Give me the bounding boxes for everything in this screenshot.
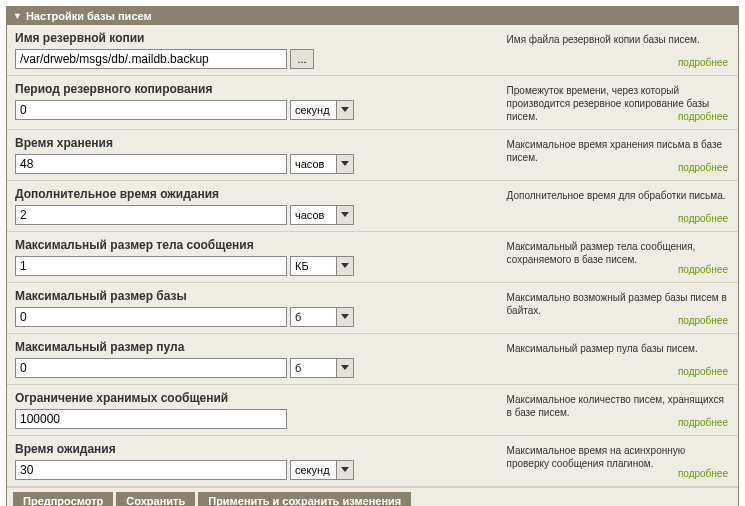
row-max-body-size: Максимальный размер тела сообщения КБ Ма… [7,232,738,283]
unit-value: часов [295,158,324,170]
row-msg-limit: Ограничение хранимых сообщений Максималь… [7,385,738,436]
more-link[interactable]: подробнее [678,467,728,480]
field-description: Максимальное количество писем, хранящихс… [507,394,724,418]
browse-button[interactable]: ... [290,49,314,69]
unit-value: секунд [295,464,330,476]
max-body-input[interactable] [15,256,287,276]
storage-time-input[interactable] [15,154,287,174]
backup-period-input[interactable] [15,100,287,120]
field-description: Дополнительное время для обработки письм… [507,190,726,201]
unit-select[interactable]: б [290,307,354,327]
field-label: Ограничение хранимых сообщений [15,391,499,405]
chevron-down-icon [341,212,349,217]
max-pool-input[interactable] [15,358,287,378]
field-description: Максимальное время хранения письма в баз… [507,139,723,163]
field-description: Максимальное время на асинхронную провер… [507,445,686,469]
chevron-down-icon [341,263,349,268]
row-storage-time: Время хранения часов Максимальное время … [7,130,738,181]
field-label: Время ожидания [15,442,499,456]
chevron-down-icon [341,107,349,112]
settings-panel: ▼ Настройки базы писем Имя резервной коп… [6,6,739,506]
more-link[interactable]: подробнее [678,56,728,69]
field-description: Максимальный размер пула базы писем. [507,343,698,354]
unit-select[interactable]: часов [290,205,354,225]
footer-toolbar: Предпросмотр Сохранить Применить и сохра… [7,487,738,506]
row-backup-name: Имя резервной копии ... Имя файла резерв… [7,25,738,76]
row-backup-period: Период резервного копирования секунд Про… [7,76,738,130]
field-label: Период резервного копирования [15,82,499,96]
row-max-pool-size: Максимальный размер пула б Максимальный … [7,334,738,385]
field-description: Имя файла резервной копии базы писем. [507,34,700,45]
more-link[interactable]: подробнее [678,365,728,378]
field-label: Имя резервной копии [15,31,499,45]
field-description: Максимальный размер тела сообщения, сохр… [507,241,696,265]
more-link[interactable]: подробнее [678,314,728,327]
unit-value: б [295,311,301,323]
collapse-icon: ▼ [13,11,22,21]
extra-wait-input[interactable] [15,205,287,225]
unit-value: КБ [295,260,309,272]
unit-select[interactable]: часов [290,154,354,174]
more-link[interactable]: подробнее [678,416,728,429]
unit-select[interactable]: секунд [290,100,354,120]
field-label: Максимальный размер пула [15,340,499,354]
apply-button[interactable]: Применить и сохранить изменения [198,492,411,506]
row-wait-time: Время ожидания секунд Максимальное время… [7,436,738,487]
backup-name-input[interactable] [15,49,287,69]
unit-select[interactable]: КБ [290,256,354,276]
chevron-down-icon [341,314,349,319]
more-link[interactable]: подробнее [678,161,728,174]
field-label: Дополнительное время ожидания [15,187,499,201]
field-label: Время хранения [15,136,499,150]
field-label: Максимальный размер тела сообщения [15,238,499,252]
unit-select[interactable]: секунд [290,460,354,480]
unit-value: б [295,362,301,374]
preview-button[interactable]: Предпросмотр [13,492,113,506]
field-label: Максимальный размер базы [15,289,499,303]
more-link[interactable]: подробнее [678,212,728,225]
more-link[interactable]: подробнее [678,263,728,276]
msg-limit-input[interactable] [15,409,287,429]
panel-title: Настройки базы писем [26,10,152,22]
chevron-down-icon [341,467,349,472]
panel-header[interactable]: ▼ Настройки базы писем [7,7,738,25]
row-max-db-size: Максимальный размер базы б Максимально в… [7,283,738,334]
max-db-input[interactable] [15,307,287,327]
wait-time-input[interactable] [15,460,287,480]
chevron-down-icon [341,365,349,370]
save-button[interactable]: Сохранить [116,492,195,506]
more-link[interactable]: подробнее [678,110,728,123]
unit-value: секунд [295,104,330,116]
field-description: Максимально возможный размер базы писем … [507,292,727,316]
unit-value: часов [295,209,324,221]
panel-body: Имя резервной копии ... Имя файла резерв… [7,25,738,506]
row-extra-wait: Дополнительное время ожидания часов Допо… [7,181,738,232]
unit-select[interactable]: б [290,358,354,378]
chevron-down-icon [341,161,349,166]
